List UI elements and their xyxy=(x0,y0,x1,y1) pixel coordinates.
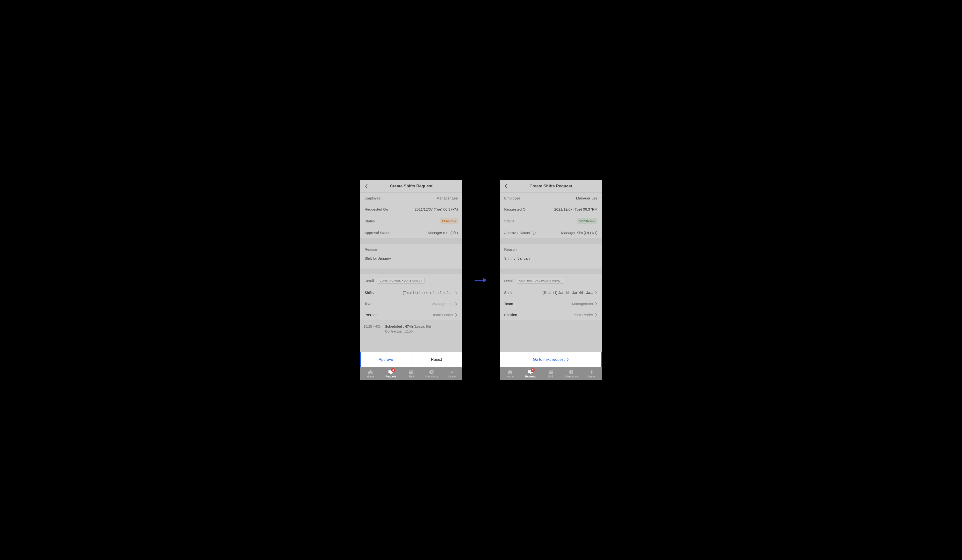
row-status: Status APPROVED xyxy=(500,215,602,227)
tab-label: Shift xyxy=(408,375,414,378)
row-requested-on: Requested On 2021/12/07 (Tue) 06:37PM xyxy=(360,204,462,215)
shifts-label: Shifts xyxy=(504,291,513,294)
tab-bar: Home 3 Request Shift Attendance Leave xyxy=(500,367,602,380)
go-to-next-request-button[interactable]: Go to next request xyxy=(500,352,601,367)
chevron-right-icon xyxy=(567,358,569,361)
position-value: Team Leader xyxy=(572,313,593,317)
employee-value: Manager Lee xyxy=(437,196,458,200)
tab-label: Home xyxy=(507,375,513,378)
header: Create Shifts Request xyxy=(500,180,602,193)
tab-attendance[interactable]: Attendance xyxy=(421,367,442,380)
tab-label: Home xyxy=(367,375,374,378)
team-label: Team xyxy=(365,302,373,306)
team-value: Management xyxy=(432,302,454,306)
shifts-value: (Total 14) Jan 4th, Jan 6th, Ja... xyxy=(542,291,593,294)
tab-shift[interactable]: Shift xyxy=(401,367,421,380)
page-title: Create Shifts Request xyxy=(500,184,602,188)
reason-section: Reason Shift for January xyxy=(360,244,462,269)
employee-value: Manager Lee xyxy=(576,196,597,200)
back-button[interactable] xyxy=(503,183,510,190)
chevron-left-icon xyxy=(365,184,368,188)
status-label: Status xyxy=(504,219,515,223)
tab-attendance[interactable]: Attendance xyxy=(561,367,581,380)
approval-status-label: Approval Status xyxy=(504,231,530,235)
approval-status-label: Approval Status xyxy=(365,231,390,235)
row-team[interactable]: Team Management xyxy=(500,298,602,309)
row-employee: Employee Manager Lee xyxy=(500,193,602,204)
tab-leave[interactable]: Leave xyxy=(581,367,602,380)
arrow-right-icon xyxy=(475,277,487,284)
chevron-right-icon xyxy=(595,291,597,294)
position-label: Position xyxy=(504,313,517,317)
chevron-right-icon xyxy=(455,313,458,317)
contractual-hours: Contractual : 1150h xyxy=(385,329,431,333)
calendar-icon xyxy=(408,370,414,375)
detail-header: Detail CONTRACTUAL HOURS UNMET xyxy=(500,274,602,287)
section-gap xyxy=(360,238,462,244)
tab-home[interactable]: Home xyxy=(360,367,381,380)
row-shifts[interactable]: Shifts (Total 14) Jan 4th, Jan 6th, Ja..… xyxy=(500,287,602,298)
tab-bar: Home 4 Request Shift Attendance Leave xyxy=(360,367,462,380)
action-bar: Go to next request xyxy=(500,352,602,367)
approve-button[interactable]: Approve xyxy=(361,352,412,367)
section-gap xyxy=(500,238,602,244)
tab-label: Leave xyxy=(588,375,595,378)
employee-label: Employee xyxy=(365,196,381,200)
reject-button[interactable]: Reject xyxy=(412,352,462,367)
reason-text: Shift for January xyxy=(365,256,458,265)
reason-text: Shift for January xyxy=(504,256,597,265)
tab-home[interactable]: Home xyxy=(500,367,520,380)
status-badge-pending: PENDING xyxy=(440,218,458,224)
team-value: Management xyxy=(572,302,593,306)
reason-label: Reason xyxy=(365,247,458,251)
tab-label: Attendance xyxy=(565,375,578,378)
page-title: Create Shifts Request xyxy=(360,184,462,188)
status-badge-approved: APPROVED xyxy=(577,218,597,224)
calendar-icon xyxy=(548,370,554,375)
requested-on-value: 2021/12/07 (Tue) 06:37PM xyxy=(415,207,458,211)
shifts-label: Shifts xyxy=(365,291,374,294)
tab-label: Attendance xyxy=(425,375,439,378)
requested-on-label: Requested On xyxy=(365,207,388,211)
row-team[interactable]: Team Management xyxy=(360,298,462,309)
row-employee: Employee Manager Lee xyxy=(360,193,462,204)
detail-header: Detail CONTRACTUAL HOURS UNMET xyxy=(360,274,462,287)
transition-arrow xyxy=(474,277,488,284)
position-value: Team Leader xyxy=(432,313,454,317)
chevron-right-icon xyxy=(455,291,458,294)
back-button[interactable] xyxy=(363,183,370,190)
row-approval-status: Approval Status i Manager Kim (O) (1/1) xyxy=(500,227,602,238)
row-status: Status PENDING xyxy=(360,215,462,227)
row-position[interactable]: Position Team Leader xyxy=(360,309,462,320)
next-request-label: Go to next request xyxy=(533,357,565,362)
summary-section: Employee Manager Lee Requested On 2021/1… xyxy=(360,193,462,238)
row-shifts[interactable]: Shifts (Total 14) Jan 4th, Jan 6th, Ja..… xyxy=(360,287,462,298)
notification-badge: 3 xyxy=(531,368,534,372)
reason-section: Reason Shift for January xyxy=(500,244,602,269)
contractual-hours-chip: CONTRACTUAL HOURS UNMET xyxy=(377,278,425,283)
contractual-hours-chip: CONTRACTUAL HOURS UNMET xyxy=(517,278,564,283)
detail-label: Detail xyxy=(504,279,513,283)
clock-icon xyxy=(429,370,434,375)
row-position[interactable]: Position Team Leader xyxy=(500,309,602,320)
summary-section: Employee Manager Lee Requested On 2021/1… xyxy=(500,193,602,238)
svg-rect-5 xyxy=(549,370,553,372)
team-label: Team xyxy=(504,302,513,306)
chevron-left-icon xyxy=(504,184,508,188)
tab-label: Request xyxy=(386,375,396,378)
chevron-right-icon xyxy=(595,313,597,317)
plane-icon xyxy=(449,370,455,375)
tab-request[interactable]: 3 Request xyxy=(520,367,541,380)
tab-shift[interactable]: Shift xyxy=(541,367,561,380)
info-icon[interactable]: i xyxy=(532,231,536,235)
chevron-right-icon xyxy=(455,302,458,306)
phone-right: Create Shifts Request Employee Manager L… xyxy=(500,180,602,380)
spacer xyxy=(500,320,602,352)
tab-request[interactable]: 4 Request xyxy=(381,367,401,380)
home-icon xyxy=(507,370,513,375)
shifts-value: (Total 14) Jan 4th, Jan 6th, Ja... xyxy=(403,291,454,294)
header: Create Shifts Request xyxy=(360,180,462,193)
section-gap xyxy=(360,269,462,274)
tab-leave[interactable]: Leave xyxy=(442,367,462,380)
tab-label: Leave xyxy=(449,375,456,378)
